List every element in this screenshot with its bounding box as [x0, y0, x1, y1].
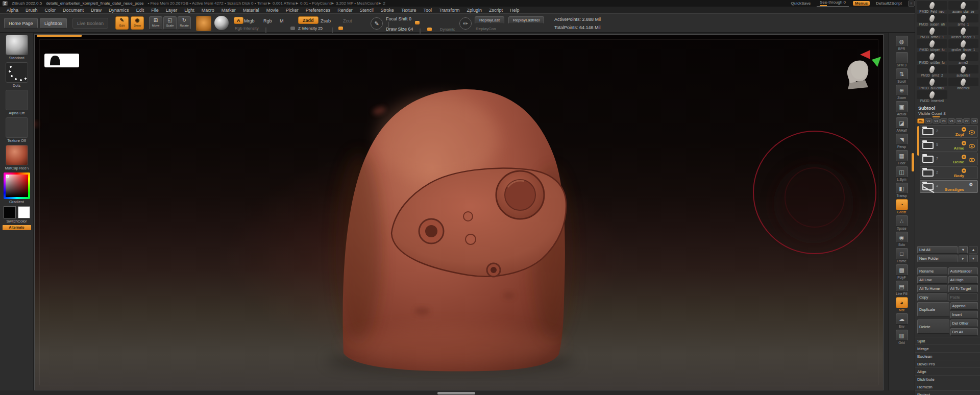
tool-thumbnail[interactable] [948, 78, 979, 86]
quicksave-button[interactable]: QuickSave [789, 1, 813, 6]
menu-item[interactable]: Draw [87, 8, 105, 13]
keyboard-shortcut-icon[interactable]: ⌗ [908, 1, 915, 7]
subpalette-header[interactable]: Merge [915, 344, 980, 352]
menus-toggle-button[interactable]: Menus [853, 1, 870, 6]
subtool-down-icon[interactable]: ▼ [959, 246, 968, 254]
visibility-tab[interactable]: V1 [917, 118, 924, 124]
right-shelf-icon[interactable]: ▣ [896, 101, 908, 112]
menu-item[interactable]: Help [506, 8, 523, 13]
folder-move-icon[interactable]: ▾ [969, 255, 978, 262]
visibility-tab[interactable]: V8 [971, 118, 978, 124]
tool-item[interactable]: PM3D_arme2_1 [917, 27, 947, 39]
all-low-button[interactable]: All Low [917, 276, 947, 284]
draw-size-slider[interactable] [420, 28, 421, 34]
lightbox-indicator-bar[interactable] [37, 35, 82, 37]
visibility-tab[interactable]: V3 [933, 118, 940, 124]
tool-item[interactable]: PM3D_augen_uh [917, 14, 947, 26]
current-brush-thumbnail[interactable] [196, 16, 211, 31]
subpalette-header[interactable]: Split [915, 337, 980, 344]
menu-item[interactable]: Edit [133, 8, 148, 13]
zsub-toggle[interactable]: Zsub [321, 18, 331, 23]
list-all-button[interactable]: List All [917, 246, 958, 254]
tool-thumbnail[interactable] [948, 1, 979, 10]
focal-shift-label[interactable]: Focal Shift 0 [386, 16, 411, 21]
del-other-button[interactable]: Del Other [950, 319, 978, 327]
tool-thumbnail[interactable] [917, 78, 947, 86]
menu-item[interactable]: Marker [218, 8, 239, 13]
menu-item[interactable]: Preferences [302, 8, 334, 13]
subtool-folder-arme[interactable]: 5 Arme [920, 139, 978, 152]
z-intensity-label[interactable]: Z Intensity 25 [298, 26, 323, 31]
material-selector[interactable]: MatCap Red Wa [5, 145, 29, 170]
menu-item[interactable]: Movie [263, 8, 282, 13]
scale-mode-button[interactable]: ◱Scale [163, 16, 177, 30]
menu-item[interactable]: Document [59, 8, 87, 13]
subtool-scrollbar[interactable] [917, 126, 919, 156]
menu-item[interactable]: Transform [435, 8, 463, 13]
tool-item[interactable]: PM3D_körper_fu [917, 39, 947, 52]
tool-thumbnail[interactable] [948, 52, 979, 61]
right-shelf-icon[interactable]: ◕ [896, 297, 908, 308]
brush-selector[interactable]: Standard [5, 35, 29, 60]
right-shelf-icon[interactable]: ▩ [896, 264, 908, 276]
canvas-horizontal-scrollbar[interactable] [437, 392, 475, 394]
subtool-up-icon[interactable]: ▲ [969, 246, 978, 254]
menu-item[interactable]: Dynamics [105, 8, 133, 13]
right-shelf-icon[interactable]: ☁ [896, 313, 908, 325]
right-shelf-button[interactable]: ▩ PolyF [894, 264, 910, 279]
new-folder-button[interactable]: New Folder [917, 255, 958, 262]
tool-item[interactable]: arme_1 [948, 14, 979, 26]
all-high-button[interactable]: All High [948, 276, 978, 284]
menu-item[interactable]: Layer [162, 8, 181, 13]
right-shelf-icon[interactable]: ◫ [896, 166, 908, 178]
document-canvas[interactable] [34, 34, 884, 390]
eye-icon[interactable] [969, 155, 975, 164]
menu-item[interactable]: Stencil [356, 8, 377, 13]
menu-item[interactable]: Macro [198, 8, 218, 13]
gear-icon[interactable]: ⚙ [969, 182, 973, 187]
polypaint-icon[interactable] [962, 127, 966, 132]
subpalette-header[interactable]: Project [915, 390, 980, 395]
tool-item[interactable]: PM3D_arm2_2 [917, 65, 947, 77]
subpalette-header[interactable]: Bevel Pro [915, 360, 980, 367]
menu-item[interactable]: Render [334, 8, 356, 13]
right-shelf-button[interactable]: ◍ BPR [894, 36, 910, 51]
tool-thumbnail[interactable] [917, 52, 947, 61]
alpha-selector[interactable]: Alpha Off [5, 90, 29, 115]
eye-icon[interactable] [969, 141, 975, 151]
tool-thumbnail[interactable] [917, 27, 947, 35]
menu-item[interactable]: Tool [420, 8, 435, 13]
m-toggle[interactable]: M [280, 18, 284, 23]
tool-item[interactable]: arme2 [948, 52, 979, 64]
right-shelf-button[interactable]: ◥ Persp [894, 134, 910, 149]
subpalette-header[interactable]: Boolean [915, 352, 980, 360]
tool-thumbnail[interactable] [948, 27, 979, 35]
right-shelf-icon[interactable]: ◔ [896, 199, 908, 210]
all-to-home-button[interactable]: All To Home [917, 285, 947, 292]
rgb-intensity-slider[interactable] [265, 27, 266, 33]
menu-item[interactable]: Light [181, 8, 198, 13]
right-shelf-button[interactable]: ☁ Env [894, 313, 910, 328]
right-shelf-icon[interactable]: ▦ [896, 150, 908, 161]
stroke-selector[interactable]: Dots [5, 62, 29, 88]
polypaint-icon[interactable] [962, 141, 966, 145]
right-shelf-button[interactable]: □ Frame [894, 248, 910, 263]
a-toggle-button[interactable]: A [234, 17, 243, 24]
default-zscript-button[interactable]: DefaultZScript [874, 1, 904, 6]
alpha-thumbnail[interactable] [6, 90, 28, 110]
right-shelf-icon[interactable]: ▥ [896, 330, 908, 341]
right-shelf-icon[interactable]: ◪ [896, 117, 908, 129]
home-page-button[interactable]: Home Page [4, 18, 38, 29]
subtool-section-title[interactable]: Subtool [915, 103, 980, 111]
replay-last-rel-button[interactable]: ReplayLastRel [508, 16, 544, 24]
rotate-mode-button[interactable]: ↻Rotate [178, 16, 191, 30]
stroke-curve-icon[interactable]: ✎ [371, 17, 383, 30]
tool-thumbnail[interactable] [917, 1, 947, 10]
tool-thumbnail[interactable] [917, 90, 947, 99]
tool-thumbnail[interactable] [948, 65, 979, 73]
live-boolean-button[interactable]: Live Boolean [72, 18, 108, 29]
replay-last-button[interactable]: ReplayLast [475, 16, 504, 24]
right-shelf-button[interactable]: ▦ Floor [894, 150, 910, 165]
append-button[interactable]: Append [950, 302, 978, 310]
right-shelf-button[interactable]: ◧ Transp [894, 183, 910, 198]
